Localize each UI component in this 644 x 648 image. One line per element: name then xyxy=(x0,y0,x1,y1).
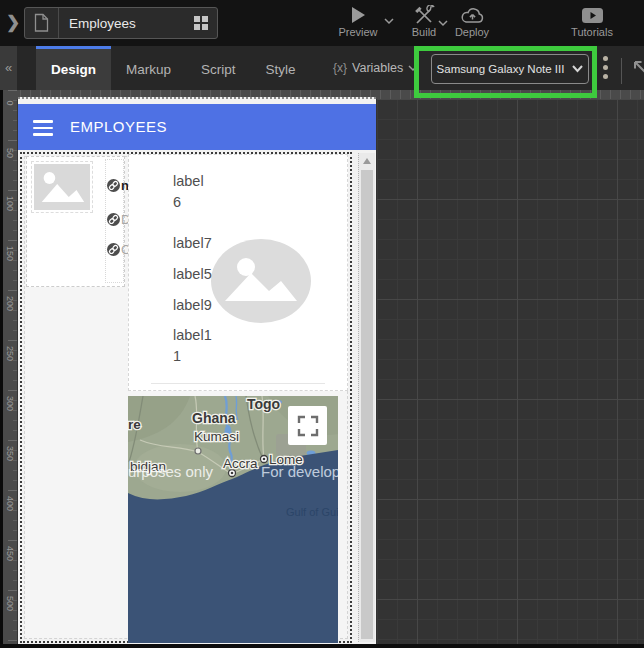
design-canvas-grid xyxy=(377,99,644,644)
expand-nav-icon[interactable]: ❯ xyxy=(6,12,20,33)
label5-widget[interactable]: label5 xyxy=(173,264,212,285)
image-widget-bounds[interactable] xyxy=(31,161,93,213)
image-placeholder-glyph xyxy=(211,239,311,323)
play-icon xyxy=(334,4,382,26)
tab-markup[interactable]: Markup xyxy=(111,46,186,90)
divider xyxy=(58,8,59,38)
map-water-label: Gulf of Gui xyxy=(286,506,338,518)
binding-link-icon xyxy=(107,243,120,256)
bound-field-row[interactable]: C xyxy=(107,242,130,257)
project-selector[interactable]: Employees xyxy=(24,7,218,39)
tab-design[interactable]: Design xyxy=(36,46,111,90)
phone-preview: EMPLOYEES xyxy=(18,97,376,644)
divider xyxy=(621,58,622,84)
tab-style[interactable]: Style xyxy=(251,46,311,90)
google-map-widget[interactable]: Gulf of Gui Togo Ghana Kumasi re A xyxy=(128,396,338,643)
scroll-up-arrow-icon[interactable] xyxy=(363,158,371,164)
collapse-panel-button[interactable]: « xyxy=(0,46,17,90)
top-toolbar: ❯ Employees Preview xyxy=(0,0,644,46)
label6-widget[interactable]: label6 xyxy=(173,171,204,213)
svg-text:re: re xyxy=(128,417,141,432)
scrollbar-thumb[interactable] xyxy=(361,170,373,639)
video-icon xyxy=(564,4,620,26)
svg-text:Accra: Accra xyxy=(223,456,258,471)
tutorials-button[interactable]: Tutorials xyxy=(564,4,620,38)
card-divider xyxy=(151,383,325,384)
svg-text:Togo: Togo xyxy=(247,396,280,412)
svg-text:Ghana: Ghana xyxy=(192,410,236,426)
device-selector-dropdown[interactable]: Samsung Galaxy Note III xyxy=(431,54,589,84)
build-chevron-down-icon[interactable] xyxy=(438,20,448,27)
tab-script[interactable]: Script xyxy=(186,46,251,90)
label7-widget[interactable]: label7 xyxy=(173,233,212,254)
more-options-icon[interactable] xyxy=(603,56,608,79)
apps-grid-icon[interactable] xyxy=(194,16,208,30)
label11-widget[interactable]: label11 xyxy=(173,325,212,367)
map-watermark-right: For develop xyxy=(261,463,338,480)
variables-icon: {x} xyxy=(333,61,347,75)
bound-fields-column[interactable]: n D xyxy=(105,159,124,283)
kumasi-marker xyxy=(195,448,201,454)
page-icon xyxy=(33,13,50,33)
mobile-header-widget[interactable]: EMPLOYEES xyxy=(18,104,376,150)
map-watermark-left: urposes only xyxy=(128,463,214,480)
cloud-upload-icon xyxy=(448,4,496,26)
map-fullscreen-button[interactable] xyxy=(288,406,327,445)
preview-chevron-down-icon[interactable] xyxy=(384,18,394,25)
hamburger-menu-icon[interactable] xyxy=(33,120,53,140)
pointer-arrow-icon[interactable] xyxy=(630,56,644,76)
lome-marker xyxy=(261,456,268,463)
app-builder-window: ❯ Employees Preview xyxy=(0,0,644,648)
deploy-button[interactable]: Deploy xyxy=(448,4,496,38)
bound-field-row[interactable]: D xyxy=(107,212,130,227)
detail-card-widget[interactable]: label6 label7 label5 label9 label11 xyxy=(128,154,348,391)
editor-tabs: Design Markup Script Style xyxy=(36,46,311,90)
preview-button[interactable]: Preview xyxy=(334,4,382,38)
project-name: Employees xyxy=(69,16,194,31)
list-item-widget[interactable]: n D xyxy=(26,156,125,287)
preview-scrollbar[interactable] xyxy=(358,153,375,642)
image-placeholder xyxy=(34,164,90,210)
device-chevron-down-icon xyxy=(572,65,583,73)
bound-field-row[interactable]: n xyxy=(107,178,129,193)
label9-widget[interactable]: label9 xyxy=(173,295,212,316)
variables-chevron-down-icon xyxy=(408,65,418,72)
round-image-placeholder[interactable] xyxy=(211,239,311,323)
mobile-header-title: EMPLOYEES xyxy=(70,104,167,150)
image-placeholder-glyph xyxy=(34,164,90,210)
binding-link-icon xyxy=(107,213,120,226)
binding-link-icon xyxy=(107,179,120,192)
svg-text:Kumasi: Kumasi xyxy=(194,429,239,444)
variables-menu[interactable]: {x} Variables xyxy=(333,46,418,90)
bottom-edge-strip xyxy=(0,644,644,648)
vertical-ruler: 0 50 100 150 200 250 300 350 400 450 500 xyxy=(3,90,17,644)
